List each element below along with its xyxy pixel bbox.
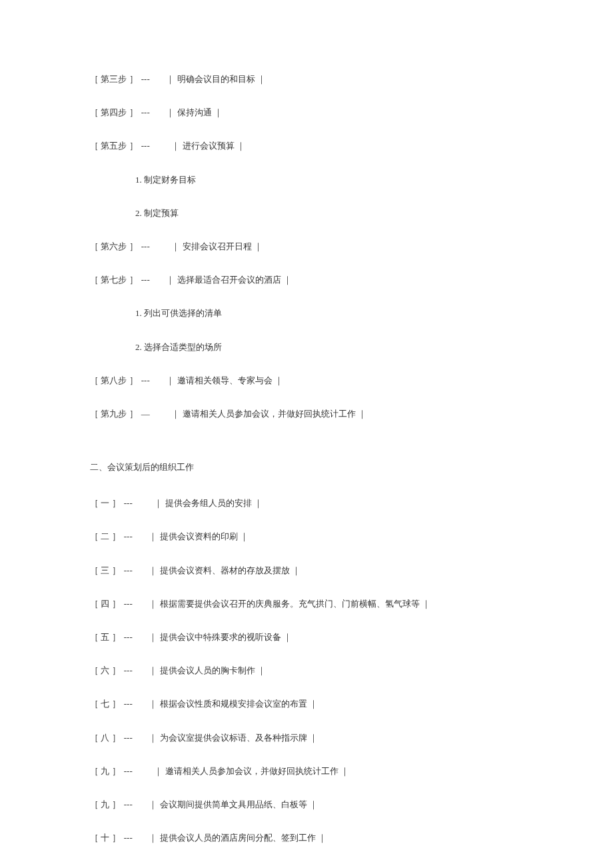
dash-icon: --- [141,73,150,85]
dash-icon: --- [124,598,133,610]
step-subitem: 2. 选择合适类型的场所 [135,341,523,353]
dash-icon: --- [141,375,150,387]
section-2-items: ［ 一 ］ --- ｜ 提供会务组人员的安排 ｜ ［ 二 ］ --- ｜ 提供会… [90,497,523,844]
item-text: ｜ 会议期间提供简单文具用品纸、白板等 ｜ [149,799,318,811]
list-item: ［ 十 ］ --- ｜ 提供会议人员的酒店房间分配、签到工作 ｜ [90,832,523,844]
step-label: ［ 第三步 ］ [90,73,138,85]
item-text: ｜ 提供会议人员的酒店房间分配、签到工作 ｜ [149,832,326,844]
step-label: ［ 第四步 ］ [90,107,138,119]
step-text: ｜ 邀请相关领导、专家与会 ｜ [166,375,283,387]
step-subitem: 1. 列出可供选择的清单 [135,307,523,319]
list-item: ［ 四 ］ --- ｜ 根据需要提供会议召开的庆典服务。充气拱门、门前横幅、氢气… [90,598,523,610]
step-label: ［ 第六步 ］ [90,241,138,253]
step-row: ［ 第八步 ］ --- ｜ 邀请相关领导、专家与会 ｜ [90,375,523,387]
item-text: ｜ 提供会务组人员的安排 ｜ [154,497,263,509]
dash-icon: --- [124,497,133,509]
step-subitem: 2. 制定预算 [135,207,523,219]
item-label: ［ 九 ］ [90,765,121,777]
dash-icon: --- [124,799,133,811]
dash-icon: --- [124,565,133,577]
item-text: ｜ 邀请相关人员参加会议，并做好回执统计工作 ｜ [154,765,349,777]
list-item: ［ 三 ］ --- ｜ 提供会议资料、器材的存放及摆放 ｜ [90,565,523,577]
item-text: ｜ 为会议室提供会议标语、及各种指示牌 ｜ [149,732,318,744]
step-row: ［ 第七步 ］ --- ｜ 选择最适合召开会议的酒店 ｜ [90,274,523,286]
step-label: ［ 第八步 ］ [90,375,138,387]
item-label: ［ 三 ］ [90,565,121,577]
dash-icon: --- [124,832,133,844]
step-text: ｜ 进行会议预算 ｜ [171,140,245,152]
list-item: ［ 七 ］ --- ｜ 根据会议性质和规模安排会议室的布置 ｜ [90,698,523,710]
dash-icon: --- [124,765,133,777]
dash-icon: --- [124,531,133,543]
item-label: ［ 九 ］ [90,799,121,811]
step-row: ［ 第三步 ］ --- ｜ 明确会议目的和目标 ｜ [90,73,523,85]
step-text: ｜ 安排会议召开日程 ｜ [171,241,263,253]
item-label: ［ 四 ］ [90,598,121,610]
item-text: ｜ 提供会议中特殊要求的视听设备 ｜ [149,631,292,643]
list-item: ［ 一 ］ --- ｜ 提供会务组人员的安排 ｜ [90,497,523,509]
step-row: ［ 第五步 ］ --- ｜ 进行会议预算 ｜ [90,140,523,152]
dash-icon: — [141,408,150,420]
step-text: ｜ 明确会议目的和目标 ｜ [166,73,266,85]
section-2-heading: 二、会议策划后的组织工作 [90,461,523,473]
dash-icon: --- [141,241,150,253]
list-item: ［ 五 ］ --- ｜ 提供会议中特殊要求的视听设备 ｜ [90,631,523,643]
step-text: ｜ 保持沟通 ｜ [166,107,223,119]
step-label: ［ 第九步 ］ [90,408,138,420]
list-item: ［ 六 ］ --- ｜ 提供会议人员的胸卡制作 ｜ [90,665,523,677]
item-label: ［ 七 ］ [90,698,121,710]
dash-icon: --- [141,274,150,286]
dash-icon: --- [141,107,150,119]
list-item: ［ 八 ］ --- ｜ 为会议室提供会议标语、及各种指示牌 ｜ [90,732,523,744]
dash-icon: --- [124,631,133,643]
step-subitem: 1. 制定财务目标 [135,174,523,186]
step-row: ［ 第四步 ］ --- ｜ 保持沟通 ｜ [90,107,523,119]
step-text: ｜ 选择最适合召开会议的酒店 ｜ [166,274,292,286]
list-item: ［ 二 ］ --- ｜ 提供会议资料的印刷 ｜ [90,531,523,543]
item-label: ［ 十 ］ [90,832,121,844]
item-text: ｜ 提供会议人员的胸卡制作 ｜ [149,665,266,677]
dash-icon: --- [124,698,133,710]
item-label: ［ 八 ］ [90,732,121,744]
dash-icon: --- [124,732,133,744]
list-item: ［ 九 ］ --- ｜ 邀请相关人员参加会议，并做好回执统计工作 ｜ [90,765,523,777]
step-label: ［ 第五步 ］ [90,140,138,152]
step-row: ［ 第六步 ］ --- ｜ 安排会议召开日程 ｜ [90,241,523,253]
item-text: ｜ 提供会议资料的印刷 ｜ [149,531,249,543]
item-label: ［ 一 ］ [90,497,121,509]
dash-icon: --- [124,665,133,677]
document-page: ［ 第三步 ］ --- ｜ 明确会议目的和目标 ｜ ［ 第四步 ］ --- ｜ … [0,0,613,868]
item-label: ［ 五 ］ [90,631,121,643]
dash-icon: --- [141,140,150,152]
item-label: ［ 二 ］ [90,531,121,543]
item-text: ｜ 提供会议资料、器材的存放及摆放 ｜ [149,565,301,577]
item-label: ［ 六 ］ [90,665,121,677]
item-text: ｜ 根据需要提供会议召开的庆典服务。充气拱门、门前横幅、氢气球等 ｜ [149,598,430,610]
list-item: ［ 九 ］ --- ｜ 会议期间提供简单文具用品纸、白板等 ｜ [90,799,523,811]
step-label: ［ 第七步 ］ [90,274,138,286]
item-text: ｜ 根据会议性质和规模安排会议室的布置 ｜ [149,698,318,710]
step-row: ［ 第九步 ］ — ｜ 邀请相关人员参加会议，并做好回执统计工作 ｜ [90,408,523,420]
section-1-steps: ［ 第三步 ］ --- ｜ 明确会议目的和目标 ｜ ［ 第四步 ］ --- ｜ … [90,73,523,420]
step-text: ｜ 邀请相关人员参加会议，并做好回执统计工作 ｜ [171,408,366,420]
